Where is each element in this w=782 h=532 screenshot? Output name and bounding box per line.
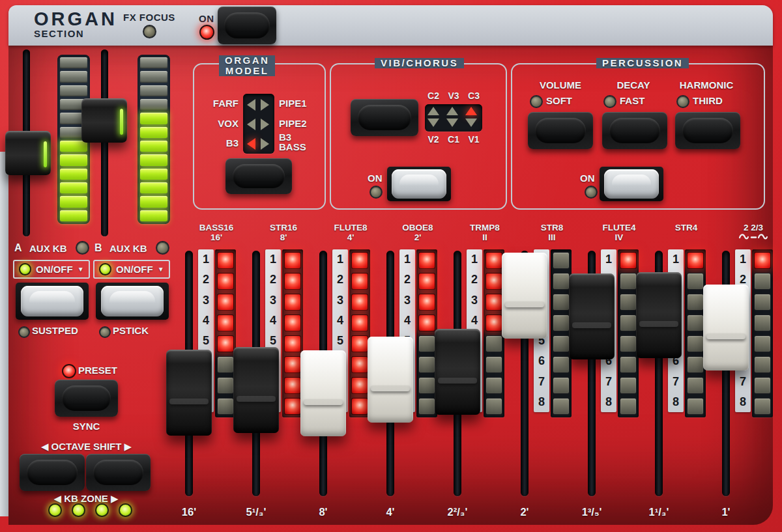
vib-chorus-on-label: ON — [368, 173, 383, 184]
organ-on-button[interactable] — [218, 7, 276, 44]
vib-chorus-option-label: V3 — [444, 91, 463, 101]
octave-shift-up-button[interactable] — [86, 454, 151, 491]
kb-zone-led — [119, 503, 132, 517]
drawbar-bottom-label: 1' — [693, 506, 759, 518]
meter-segment — [60, 154, 87, 165]
vib-chorus-down-arrow-led — [465, 119, 477, 127]
drawbar-led — [553, 273, 570, 290]
drawbar-led — [284, 273, 301, 290]
drawbar-led — [687, 335, 704, 352]
drawbar-led — [620, 377, 637, 394]
drawbar-led — [418, 273, 435, 290]
organ-model-title: ORGAN MODEL — [219, 55, 275, 76]
page-subtitle: SECTION — [34, 29, 117, 39]
kb-zone-led — [48, 503, 62, 517]
drawbar-led — [754, 398, 771, 415]
drawbar-fader[interactable] — [435, 329, 480, 415]
drawbar-fader[interactable] — [300, 350, 346, 436]
zone-b-on-off-led — [99, 263, 111, 275]
zone-a-aux-kb-label: AUX KB — [29, 243, 67, 254]
meter-segment — [140, 169, 167, 180]
drawbar-led — [687, 294, 704, 311]
organ-model-option-pipe1: PIPE1 — [279, 98, 321, 109]
pstick-led — [99, 326, 111, 338]
vib-chorus-option-label: V1 — [464, 134, 484, 145]
drawbar-led — [351, 273, 368, 290]
drawbar-fader[interactable] — [166, 350, 212, 436]
drawbar-bottom-label: 5¹/₃' — [224, 506, 289, 518]
drawbar-led — [485, 315, 502, 331]
level-a-fader[interactable] — [5, 131, 51, 175]
kb-zone-leds — [48, 503, 132, 517]
chevron-down-icon: ▼ — [78, 266, 84, 273]
drawbar-fader[interactable] — [502, 253, 547, 339]
meter-segment — [60, 71, 87, 82]
drawbar-fader[interactable] — [569, 273, 615, 359]
organ-on-led — [199, 25, 214, 40]
drawbar-led — [620, 315, 637, 331]
zone-b-on-off-indicator: ON/OFF ▼ — [93, 260, 170, 279]
vib-chorus-on-button[interactable] — [387, 167, 451, 201]
level-b-fader[interactable] — [81, 98, 127, 143]
zone-b-aux-kb-label: AUX KB — [109, 243, 147, 254]
drawbar-led — [418, 315, 435, 331]
octave-shift-label: ◀ OCTAVE SHIFT ▶ — [26, 441, 147, 453]
vib-chorus-bottom-labels: V2C1V1 — [424, 134, 484, 145]
percussion-harmonic-label: HARMONIC — [671, 79, 742, 91]
percussion-volume-button[interactable] — [528, 112, 593, 149]
zone-b-label: B — [94, 242, 102, 254]
meter-segment — [60, 196, 87, 207]
drawbar-top-label: STR4 — [650, 223, 722, 232]
meter-segment — [60, 141, 87, 152]
drawbar-top-label: BASS1616' — [181, 223, 252, 242]
drawbar-led — [620, 398, 637, 415]
section-header: ORGAN SECTION — [34, 9, 117, 39]
drawbar-bottom-label: 2²/₃' — [425, 506, 490, 518]
drawbar-led — [485, 252, 502, 269]
drawbar-led — [351, 252, 368, 269]
drawbar-top-label: FLUTE84' — [315, 223, 386, 242]
organ-model-right-arrow-led — [261, 99, 269, 111]
vib-chorus-title: VIB/CHORUS — [375, 58, 464, 68]
organ-model-button[interactable] — [225, 158, 292, 194]
drawbar-led — [284, 377, 301, 394]
percussion-decay-button[interactable] — [602, 112, 667, 149]
percussion-harmonic-button[interactable] — [675, 112, 740, 149]
meter-segment — [140, 71, 167, 82]
drawbar-led — [418, 398, 435, 415]
drawbar-led — [284, 398, 301, 415]
drawbar-top-label: TRMP8II — [449, 223, 521, 242]
drawbar-top-label: STR8III — [516, 223, 588, 242]
drawbar-fader[interactable] — [233, 347, 279, 433]
zone-a-button[interactable] — [16, 283, 89, 320]
drawbar-led — [217, 335, 234, 352]
drawbar-bottom-label: 1¹/₃' — [626, 506, 691, 518]
drawbar-bottom-label: 16' — [156, 506, 222, 518]
octave-shift-down-button[interactable] — [20, 454, 85, 491]
sync-label: SYNC — [55, 421, 118, 432]
sync-button[interactable] — [55, 380, 118, 417]
percussion-on-button[interactable] — [600, 167, 663, 201]
drawbar-led-meter — [752, 249, 773, 417]
drawbar-led — [754, 315, 771, 331]
vib-chorus-on-led — [369, 186, 383, 199]
vib-chorus-down-arrow-led — [427, 119, 439, 127]
drawbar-led — [687, 398, 704, 415]
drawbar-led — [351, 356, 368, 373]
zone-b-button[interactable] — [96, 283, 169, 320]
drawbar-led — [485, 294, 502, 311]
level-b-fader-track[interactable] — [101, 49, 108, 236]
percussion-fast-led — [603, 95, 616, 108]
vib-chorus-up-arrow-led — [427, 107, 439, 115]
drawbar-led — [284, 315, 301, 331]
drawbar-fader[interactable] — [636, 272, 682, 358]
drawbar-led — [620, 356, 637, 373]
drawbar-led — [284, 356, 301, 373]
drawbar-fader[interactable] — [703, 285, 749, 371]
vib-chorus-select-button[interactable] — [351, 99, 418, 136]
meter-segment — [140, 99, 167, 110]
drawbar-led — [553, 252, 570, 269]
drawbar-led — [754, 273, 771, 290]
drawbar-led — [553, 377, 570, 394]
drawbar-fader[interactable] — [368, 337, 413, 423]
